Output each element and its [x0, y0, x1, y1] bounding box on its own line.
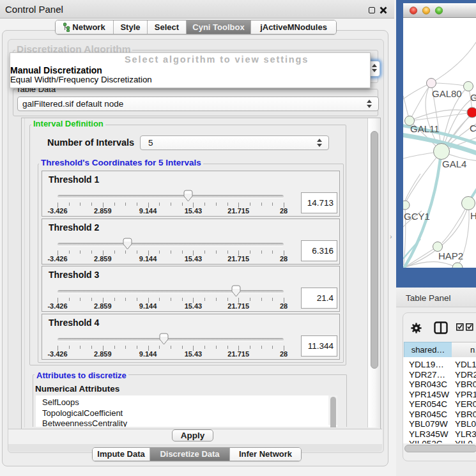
- svg-text:H: H: [470, 210, 476, 221]
- svg-text:C: C: [470, 123, 476, 134]
- svg-text:GAL4: GAL4: [442, 158, 466, 169]
- svg-text:GAL11: GAL11: [410, 123, 440, 134]
- svg-text:HAP2: HAP2: [438, 250, 463, 261]
- svg-text:GA: GA: [470, 92, 476, 103]
- svg-text:GCY1: GCY1: [404, 211, 430, 222]
- svg-text:GAL80: GAL80: [432, 88, 462, 99]
